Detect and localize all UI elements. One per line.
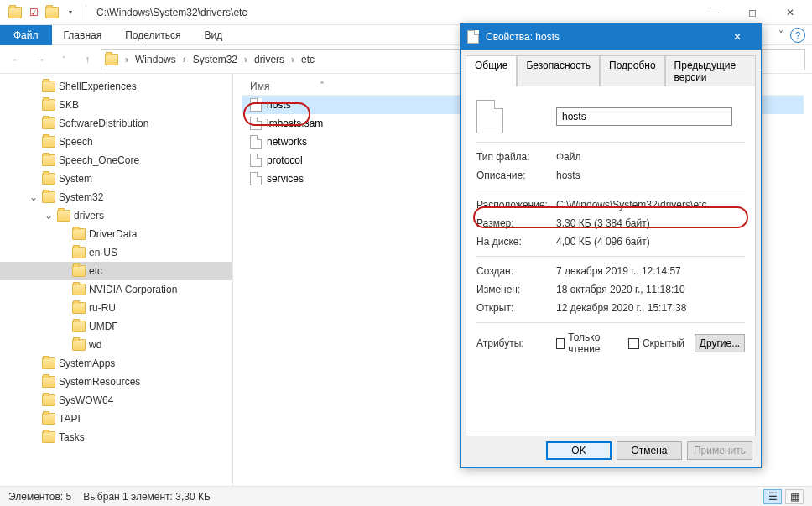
file-name: services <box>267 173 304 185</box>
dialog-titlebar[interactable]: Свойства: hosts ✕ <box>461 24 761 50</box>
dialog-title: Свойства: hosts <box>486 31 560 43</box>
other-attributes-button[interactable]: Другие... <box>695 334 745 352</box>
folder-icon <box>57 210 70 222</box>
folder-icon <box>42 117 55 129</box>
tab-previous[interactable]: Предыдущие версии <box>665 55 756 86</box>
tree-item-label: NVIDIA Corporation <box>89 284 177 295</box>
recent-dropdown[interactable]: ˅ <box>54 50 74 70</box>
tree-item[interactable]: SystemApps <box>0 354 232 373</box>
tree-item-label: System32 <box>59 191 103 203</box>
folder-icon <box>42 81 55 92</box>
tree-item-label: ShellExperiences <box>59 81 137 92</box>
tree-item[interactable]: Speech <box>0 133 232 151</box>
tab-general[interactable]: Общие <box>466 55 517 86</box>
checkbox-readonly[interactable]: Только чтение <box>556 331 618 355</box>
tree-item[interactable]: System <box>0 170 232 188</box>
breadcrumb-segment[interactable]: Windows <box>132 52 180 67</box>
properties-dialog: Свойства: hosts ✕ Общие Безопасность Под… <box>460 23 762 468</box>
tree-item[interactable]: DriverData <box>0 225 232 243</box>
close-icon[interactable]: ✕ <box>721 31 754 43</box>
view-icons-button[interactable]: ▦ <box>785 489 804 504</box>
column-name-label: Имя <box>250 81 269 92</box>
tree-item[interactable]: ru-RU <box>0 299 232 317</box>
back-button[interactable]: ← <box>7 50 27 70</box>
chevron-right-icon[interactable]: › <box>242 54 249 65</box>
file-name: protocol <box>267 154 303 166</box>
folder-tree[interactable]: ShellExperiencesSKBSoftwareDistributionS… <box>0 74 233 486</box>
breadcrumb-segment[interactable]: etc <box>298 52 318 67</box>
tab-home[interactable]: Главная <box>52 26 114 44</box>
tree-item[interactable]: NVIDIA Corporation <box>0 280 232 299</box>
tree-item[interactable]: en-US <box>0 243 232 262</box>
folder-icon <box>42 136 55 148</box>
close-button[interactable]: ✕ <box>771 0 809 25</box>
tree-item-label: TAPI <box>59 413 81 425</box>
tree-item[interactable]: etc <box>0 262 232 280</box>
maximize-button[interactable]: ◻ <box>733 0 771 25</box>
cancel-button[interactable]: Отмена <box>617 441 682 460</box>
tab-view[interactable]: Вид <box>192 26 234 44</box>
tree-item-label: en-US <box>89 247 117 258</box>
file-icon <box>250 98 262 112</box>
label-modified: Изменен: <box>476 284 556 295</box>
label-filetype: Тип файла: <box>476 151 556 163</box>
tree-item[interactable]: UMDF <box>0 317 232 336</box>
tree-item[interactable]: SoftwareDistribution <box>0 114 232 133</box>
breadcrumb-segment[interactable]: drivers <box>251 52 288 67</box>
folder-icon <box>42 99 55 111</box>
file-tab[interactable]: Файл <box>0 25 52 45</box>
quick-access-toolbar: ☑ ▾ <box>3 6 82 19</box>
file-icon <box>476 100 503 133</box>
ok-button[interactable]: OK <box>546 441 612 460</box>
help-icon[interactable]: ? <box>790 28 805 43</box>
label-description: Описание: <box>476 170 556 181</box>
checkbox-icon[interactable]: ☑ <box>27 6 40 19</box>
tree-item-label: DriverData <box>89 228 137 240</box>
expand-icon[interactable]: ⌄ <box>44 210 54 222</box>
tree-item[interactable]: Tasks <box>0 428 232 446</box>
tree-item[interactable]: SysWOW64 <box>0 391 232 409</box>
tree-item[interactable]: SystemResources <box>0 373 232 391</box>
tree-item-label: SysWOW64 <box>59 394 113 406</box>
tab-share[interactable]: Поделиться <box>113 26 192 44</box>
file-icon <box>250 135 262 149</box>
dialog-buttons: OK Отмена Применить <box>461 441 761 468</box>
tree-item-label: Tasks <box>59 431 85 443</box>
chevron-down-icon[interactable]: ˅ <box>778 29 783 41</box>
tree-item-label: UMDF <box>89 321 118 332</box>
separator <box>86 5 86 20</box>
chevron-right-icon[interactable]: › <box>289 54 296 65</box>
folder-icon <box>72 284 86 295</box>
view-details-button[interactable]: ☰ <box>763 489 782 504</box>
chevron-right-icon[interactable]: › <box>181 54 188 65</box>
filename-input[interactable] <box>556 107 732 126</box>
tree-item[interactable]: SKB <box>0 96 232 114</box>
minimize-button[interactable]: — <box>695 0 733 25</box>
folder-icon <box>42 154 55 166</box>
label-location: Расположение: <box>476 199 556 211</box>
expand-icon[interactable]: ⌄ <box>29 191 39 203</box>
tab-details[interactable]: Подробно <box>600 55 665 86</box>
chevron-right-icon[interactable]: › <box>123 54 130 65</box>
title-path: C:\Windows\System32\drivers\etc <box>90 7 695 18</box>
apply-button[interactable]: Применить <box>687 441 752 460</box>
breadcrumb-segment[interactable]: System32 <box>190 52 241 67</box>
status-item-count: Элементов: 5 <box>8 491 71 503</box>
tree-item-label: wd <box>89 339 102 351</box>
tree-item[interactable]: Speech_OneCore <box>0 151 232 170</box>
tree-item[interactable]: wd <box>0 336 232 354</box>
tree-item[interactable]: TAPI <box>0 409 232 428</box>
tree-item[interactable]: ⌄drivers <box>0 206 232 225</box>
tree-item[interactable]: ⌄System32 <box>0 188 232 206</box>
tab-security[interactable]: Безопасность <box>517 55 600 86</box>
value-location: C:\Windows\System32\drivers\etc <box>556 199 745 211</box>
value-size: 3,30 КБ (3 384 байт) <box>556 217 745 229</box>
folder-icon[interactable] <box>45 6 59 19</box>
forward-button[interactable]: → <box>30 50 50 70</box>
tree-item[interactable]: ShellExperiences <box>0 77 232 96</box>
dropdown-icon[interactable]: ▾ <box>64 6 77 19</box>
up-button[interactable]: ↑ <box>77 50 97 70</box>
checkbox-hidden[interactable]: Скрытый <box>628 337 684 349</box>
status-bar: Элементов: 5 Выбран 1 элемент: 3,30 КБ ☰… <box>0 486 812 506</box>
folder-icon <box>42 357 55 369</box>
